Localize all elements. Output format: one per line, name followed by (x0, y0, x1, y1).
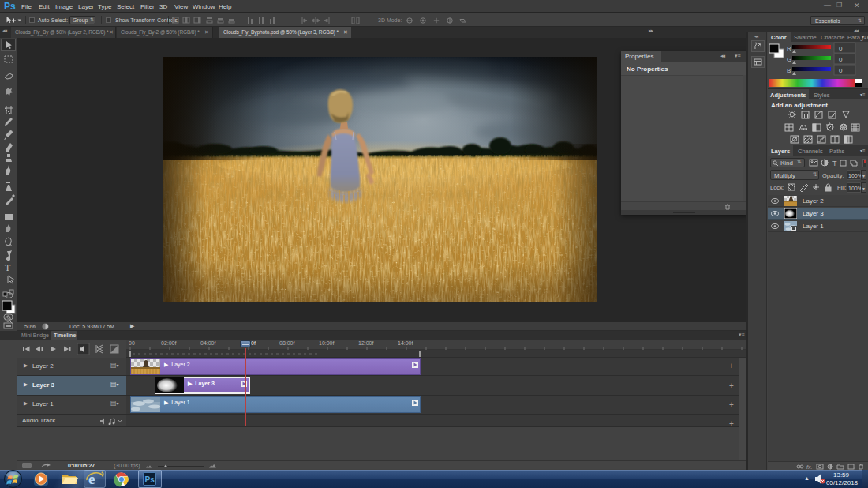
svg-text:08:00f: 08:00f (279, 340, 295, 346)
svg-text:fx.: fx. (806, 464, 812, 470)
svg-text:0: 0 (839, 45, 843, 52)
svg-text:R: R (787, 45, 791, 52)
svg-text:0: 0 (839, 67, 843, 74)
svg-text:Ps: Ps (145, 475, 155, 484)
svg-text:02:00f: 02:00f (161, 340, 177, 346)
svg-text:T: T (832, 160, 837, 167)
svg-text:G: G (787, 56, 791, 63)
svg-text:10:00f: 10:00f (319, 340, 335, 346)
svg-text:T: T (5, 262, 11, 273)
svg-text:04:00f: 04:00f (200, 340, 216, 346)
svg-text:0: 0 (839, 56, 843, 63)
svg-text:0f: 0f (251, 340, 256, 346)
svg-text:00: 00 (129, 340, 135, 346)
svg-text:14:00f: 14:00f (398, 340, 413, 346)
svg-text:12:00f: 12:00f (358, 340, 374, 346)
svg-text:B: B (787, 67, 791, 74)
